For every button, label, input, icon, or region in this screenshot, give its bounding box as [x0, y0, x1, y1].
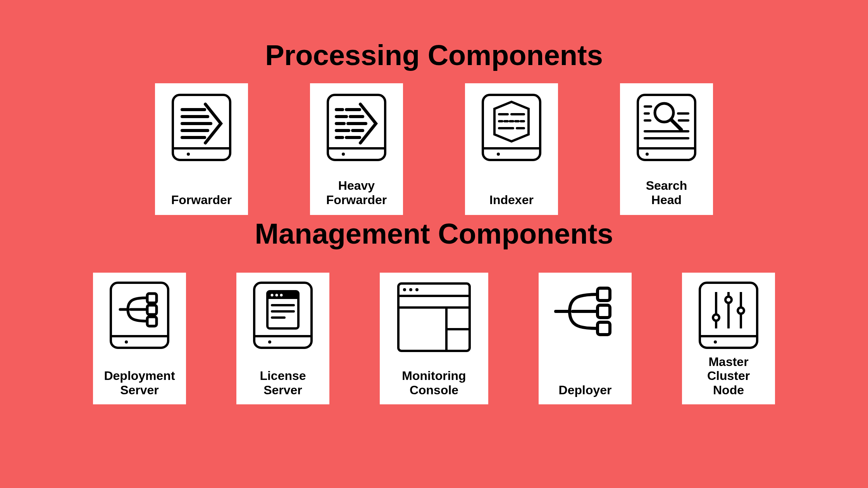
card-label: Deployer	[559, 383, 612, 397]
svg-rect-0	[173, 95, 230, 160]
card-label: License Server	[260, 369, 306, 397]
svg-point-54	[276, 294, 278, 297]
card-label: Search Head	[646, 179, 687, 207]
svg-point-78	[725, 297, 732, 303]
svg-point-50	[268, 340, 271, 344]
svg-point-77	[713, 314, 719, 321]
deployer-icon	[550, 280, 620, 342]
card-label: Master Cluster Node	[687, 355, 770, 397]
svg-rect-69	[598, 305, 610, 318]
svg-rect-46	[147, 305, 157, 314]
heavy-forwarder-icon	[326, 93, 388, 162]
card-label: Deployment Server	[104, 369, 175, 397]
license-server-icon	[252, 280, 314, 350]
monitoring-console-icon	[395, 280, 473, 354]
management-title: Management Components	[0, 217, 868, 250]
card-forwarder: Forwarder	[155, 83, 248, 215]
svg-point-62	[409, 288, 412, 291]
search-head-icon	[636, 93, 698, 162]
card-heavy-forwarder: Heavy Forwarder	[310, 83, 403, 215]
card-master-cluster-node: Master Cluster Node	[682, 273, 775, 404]
card-license-server: License Server	[236, 273, 329, 404]
svg-point-53	[271, 294, 274, 297]
svg-rect-41	[111, 283, 168, 348]
card-monitoring-console: Monitoring Console	[380, 273, 488, 404]
card-label: Monitoring Console	[402, 369, 466, 397]
card-label: Forwarder	[171, 193, 232, 207]
deployment-server-icon	[108, 280, 170, 350]
svg-rect-47	[147, 317, 157, 326]
svg-rect-68	[598, 288, 610, 301]
svg-rect-59	[398, 284, 470, 351]
forwarder-icon	[170, 93, 232, 162]
svg-point-43	[125, 340, 128, 344]
master-cluster-node-icon	[698, 280, 760, 350]
card-label: Heavy Forwarder	[326, 179, 387, 207]
card-deployment-server: Deployment Server	[93, 273, 186, 404]
indexer-icon	[480, 93, 542, 162]
svg-point-73	[714, 340, 717, 344]
card-search-head: Search Head	[620, 83, 713, 215]
svg-point-2	[187, 153, 190, 156]
svg-point-55	[280, 294, 283, 297]
card-indexer: Indexer	[465, 83, 558, 215]
processing-row: Forwarder Heavy Forwarder	[0, 83, 868, 215]
processing-title: Processing Components	[0, 39, 868, 72]
svg-point-10	[342, 153, 345, 156]
svg-point-23	[497, 153, 500, 156]
svg-point-31	[646, 153, 649, 156]
card-deployer: Deployer	[539, 273, 632, 404]
svg-point-61	[403, 288, 406, 291]
svg-rect-45	[147, 294, 157, 303]
svg-rect-8	[328, 95, 385, 160]
management-row: Deployment Server License Server	[0, 273, 868, 404]
svg-point-63	[415, 288, 418, 291]
svg-rect-70	[598, 322, 610, 335]
card-label: Indexer	[489, 193, 534, 207]
svg-point-79	[738, 308, 744, 314]
